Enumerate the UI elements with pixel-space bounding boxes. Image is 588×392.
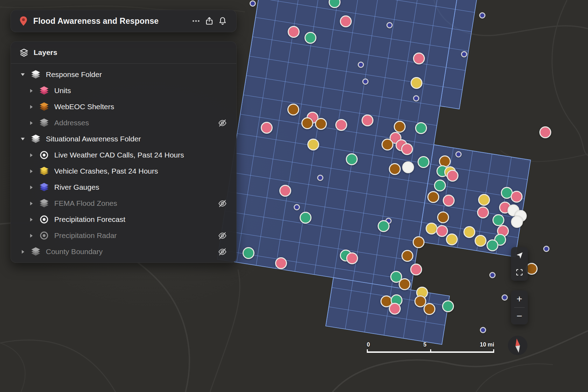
map-marker-green[interactable] (415, 122, 427, 134)
disclosure-right-icon[interactable] (27, 153, 35, 158)
map-marker-green[interactable] (442, 300, 454, 312)
map-marker-navy-small[interactable] (317, 175, 323, 181)
map-marker-pink[interactable] (413, 52, 425, 64)
map-marker-pink[interactable] (346, 252, 358, 264)
disclosure-down-icon[interactable] (19, 136, 27, 142)
map-marker-brown[interactable] (315, 118, 327, 130)
map-marker-white[interactable] (402, 161, 414, 173)
more-options-button[interactable] (189, 14, 203, 28)
map-marker-pink[interactable] (279, 185, 291, 197)
visibility-off-icon[interactable] (218, 231, 227, 240)
map-marker-green[interactable] (418, 156, 429, 168)
map-marker-yellow[interactable] (426, 223, 438, 234)
title-card[interactable]: Flood Awareness and Response (10, 10, 237, 32)
frame-button[interactable] (511, 264, 528, 281)
disclosure-right-icon[interactable] (27, 169, 35, 174)
layer-item-river-gauges[interactable]: River Gauges (11, 179, 236, 195)
visibility-off-icon[interactable] (218, 247, 227, 257)
layer-item-vehicle-crashes-past-24-hours[interactable]: Vehicle Crashes, Past 24 Hours (11, 163, 236, 179)
map-marker-green[interactable] (300, 212, 312, 224)
disclosure-right-icon[interactable] (27, 104, 35, 110)
map-marker-pink[interactable] (401, 143, 413, 155)
map-marker-pink[interactable] (340, 15, 352, 27)
map-marker-green[interactable] (492, 214, 504, 226)
map-marker-navy-small[interactable] (358, 62, 364, 68)
map-marker-white[interactable] (511, 216, 523, 228)
layer-item-addresses[interactable]: Addresses (11, 115, 236, 131)
map-marker-yellow[interactable] (307, 139, 319, 150)
map-marker-green[interactable] (434, 180, 446, 191)
map-marker-pink[interactable] (261, 122, 273, 134)
layer-item-fema-flood-zones[interactable]: FEMA Flood Zones (11, 195, 236, 211)
map-marker-navy-small[interactable] (461, 51, 467, 57)
layer-item-response-folder[interactable]: Response Folder (11, 66, 236, 83)
map-marker-yellow[interactable] (475, 235, 486, 247)
map-marker-pink[interactable] (288, 26, 300, 38)
layer-item-live-weather-cad-calls-past-24-hours[interactable]: Live Weather CAD Calls, Past 24 Hours (11, 147, 236, 163)
map-marker-brown[interactable] (389, 163, 401, 175)
map-marker-brown[interactable] (394, 121, 406, 133)
locate-button[interactable] (511, 247, 528, 264)
map-marker-brown[interactable] (301, 117, 313, 129)
layer-item-precipitation-radar[interactable]: Precipitation Radar (11, 227, 236, 244)
layer-item-webeoc-shelters[interactable]: WebEOC Shelters (11, 99, 236, 115)
map-marker-yellow[interactable] (411, 77, 422, 89)
disclosure-right-icon[interactable] (27, 88, 35, 93)
map-marker-navy-small[interactable] (294, 204, 300, 210)
zoom-in-button[interactable]: + (511, 290, 528, 307)
disclosure-down-icon[interactable] (19, 72, 27, 77)
map-marker-pink[interactable] (511, 191, 523, 203)
map-marker-pink[interactable] (539, 126, 551, 138)
layer-item-units[interactable]: Units (11, 83, 236, 99)
map-marker-pink[interactable] (389, 303, 401, 315)
map-marker-navy-small[interactable] (386, 22, 393, 28)
map-marker-brown[interactable] (382, 139, 393, 150)
layer-item-county-boundary[interactable]: County Boundary (11, 244, 236, 260)
map-title[interactable]: Flood Awareness and Response (33, 16, 189, 26)
layer-item-situational-awareness-folder[interactable]: Situational Awareness Folder (11, 131, 236, 147)
disclosure-right-icon[interactable] (27, 120, 35, 126)
map-marker-yellow[interactable] (478, 194, 490, 206)
visibility-off-icon[interactable] (218, 199, 227, 208)
map-marker-pink[interactable] (410, 264, 422, 275)
map-marker-pink[interactable] (335, 119, 347, 131)
map-canvas[interactable]: Flood Awareness and Response (0, 0, 588, 392)
map-marker-navy-small[interactable] (250, 0, 256, 7)
visibility-off-icon[interactable] (218, 118, 227, 128)
map-marker-brown[interactable] (287, 104, 299, 115)
bell-icon[interactable] (216, 14, 229, 28)
map-marker-brown[interactable] (399, 278, 411, 290)
map-marker-pink[interactable] (436, 225, 448, 237)
map-marker-green[interactable] (486, 239, 498, 251)
map-marker-brown[interactable] (424, 303, 435, 315)
share-button[interactable] (203, 14, 216, 28)
map-marker-navy-small[interactable] (413, 95, 419, 102)
map-marker-pink[interactable] (443, 195, 455, 206)
map-marker-green[interactable] (346, 153, 358, 165)
map-marker-pink[interactable] (447, 170, 458, 182)
disclosure-right-icon[interactable] (27, 201, 35, 206)
map-marker-navy-small[interactable] (455, 151, 462, 158)
map-marker-brown[interactable] (413, 236, 425, 248)
map-marker-green[interactable] (304, 32, 316, 44)
map-marker-brown[interactable] (401, 250, 413, 262)
map-marker-navy-small[interactable] (479, 12, 485, 19)
map-marker-navy-small[interactable] (489, 272, 496, 278)
zoom-out-button[interactable]: − (511, 308, 528, 324)
disclosure-right-icon[interactable] (27, 217, 35, 222)
layer-item-precipitation-forecast[interactable]: Precipitation Forecast (11, 211, 236, 227)
map-marker-navy-small[interactable] (502, 294, 508, 301)
disclosure-right-icon[interactable] (27, 233, 35, 238)
map-marker-green[interactable] (243, 247, 254, 259)
map-marker-brown[interactable] (437, 211, 449, 223)
disclosure-right-icon[interactable] (27, 185, 35, 190)
map-marker-yellow[interactable] (463, 226, 475, 238)
map-marker-navy-small[interactable] (543, 246, 550, 252)
map-marker-navy-small[interactable] (480, 327, 486, 333)
map-marker-pink[interactable] (275, 257, 287, 269)
map-marker-pink[interactable] (362, 114, 373, 126)
map-marker-green[interactable] (378, 220, 390, 232)
compass-button[interactable] (507, 335, 528, 356)
map-marker-brown[interactable] (427, 191, 439, 203)
disclosure-right-icon[interactable] (19, 249, 27, 254)
